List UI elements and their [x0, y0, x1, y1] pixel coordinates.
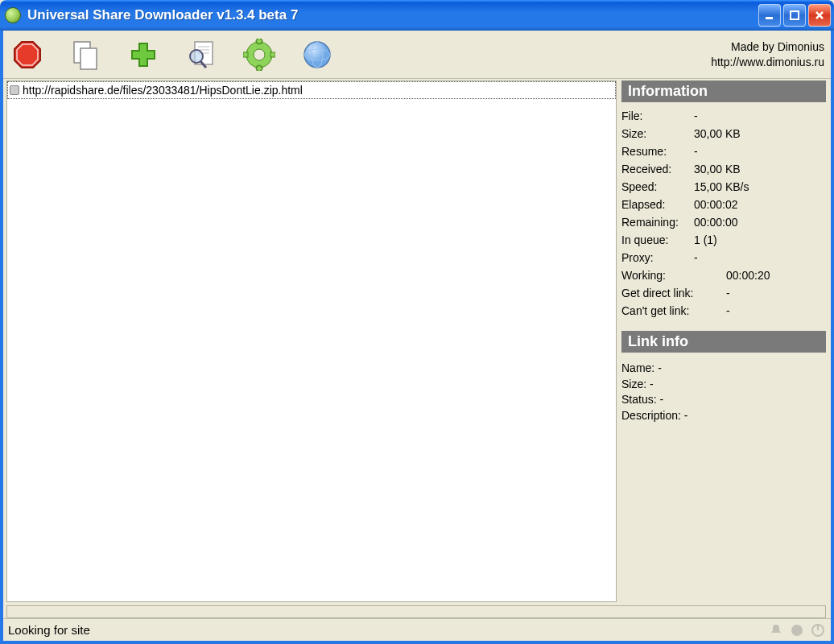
svg-point-19	[254, 49, 265, 60]
stop-icon	[11, 39, 43, 71]
main-area: http://rapidshare.de/files/23033481/Hips…	[3, 79, 831, 602]
status-icons	[768, 622, 826, 638]
svg-point-23	[791, 625, 803, 636]
svg-rect-16	[270, 52, 275, 57]
item-status-icon	[10, 85, 19, 95]
credit-author: Made by Dimonius	[711, 39, 824, 54]
info-elapsed: Elapsed:00:00:02	[621, 196, 826, 213]
status-globe-icon[interactable]	[789, 622, 805, 638]
minimize-icon	[764, 10, 775, 21]
progress-bar	[6, 605, 826, 618]
gear-icon	[243, 39, 275, 71]
info-size: Size:30,00 KB	[621, 125, 826, 142]
info-inqueue: In queue:1 (1)	[621, 231, 826, 249]
toolbar: Made by Dimonius http://www.dimonius.ru	[3, 31, 831, 79]
copy-icon	[69, 39, 101, 71]
credit-block: Made by Dimonius http://www.dimonius.ru	[711, 39, 824, 68]
list-item[interactable]: http://rapidshare.de/files/23033481/Hips…	[7, 81, 616, 99]
plus-icon	[127, 39, 159, 71]
toolbar-buttons	[10, 37, 335, 72]
info-table: File:- Size:30,00 KB Resume:- Received:3…	[621, 105, 826, 328]
credit-url: http://www.dimonius.ru	[711, 55, 824, 69]
svg-rect-15	[243, 52, 248, 57]
info-file: File:-	[621, 107, 826, 125]
side-panel: Information File:- Size:30,00 KB Resume:…	[621, 80, 826, 602]
settings-button[interactable]	[242, 37, 277, 72]
info-resume: Resume:-	[621, 142, 826, 160]
status-text: Looking for site	[8, 623, 768, 637]
linkinfo-status: Status: -	[621, 392, 826, 408]
info-speed: Speed:15,00 KB/s	[621, 178, 826, 196]
svg-rect-1	[791, 11, 799, 19]
maximize-icon	[789, 10, 800, 21]
info-received: Received:30,00 KB	[621, 160, 826, 178]
linkinfo-block: Name: - Size: - Status: - Description: -	[621, 356, 826, 428]
linkinfo-size: Size: -	[621, 377, 826, 393]
svg-point-20	[304, 42, 330, 68]
svg-marker-2	[14, 42, 40, 68]
stop-button[interactable]	[10, 37, 45, 72]
status-bell-icon[interactable]	[768, 622, 784, 638]
close-icon	[814, 10, 825, 21]
maximize-button[interactable]	[783, 4, 806, 27]
globe-icon	[301, 39, 333, 71]
web-button[interactable]	[299, 37, 335, 72]
search-button[interactable]	[184, 37, 219, 72]
search-icon	[185, 39, 217, 71]
app-icon	[5, 7, 21, 23]
info-header: Information	[621, 80, 826, 102]
minimize-button[interactable]	[758, 4, 781, 27]
download-list[interactable]: http://rapidshare.de/files/23033481/Hips…	[6, 80, 617, 602]
add-button[interactable]	[126, 37, 161, 72]
linkinfo-name: Name: -	[621, 361, 826, 377]
linkinfo-header: Link info	[621, 331, 826, 353]
status-power-icon[interactable]	[810, 622, 826, 638]
linkinfo-description: Description: -	[621, 408, 826, 424]
info-working: Working:00:00:20	[621, 266, 826, 284]
svg-rect-5	[81, 48, 97, 69]
close-button[interactable]	[808, 4, 831, 27]
info-proxy: Proxy:-	[621, 249, 826, 266]
info-cant-get-link: Can't get link:-	[621, 302, 826, 320]
copy-button[interactable]	[68, 37, 103, 72]
window-body: Made by Dimonius http://www.dimonius.ru …	[0, 31, 834, 644]
statusbar: Looking for site	[3, 618, 831, 641]
info-get-direct-link: Get direct link:-	[621, 284, 826, 302]
info-remaining: Remaining:00:00:00	[621, 213, 826, 231]
item-url: http://rapidshare.de/files/23033481/Hips…	[23, 84, 303, 97]
window-controls	[758, 4, 831, 27]
titlebar: Universal Share Downloader v1.3.4 beta 7	[0, 0, 834, 31]
window-title: Universal Share Downloader v1.3.4 beta 7	[27, 7, 758, 23]
svg-rect-0	[766, 17, 773, 19]
